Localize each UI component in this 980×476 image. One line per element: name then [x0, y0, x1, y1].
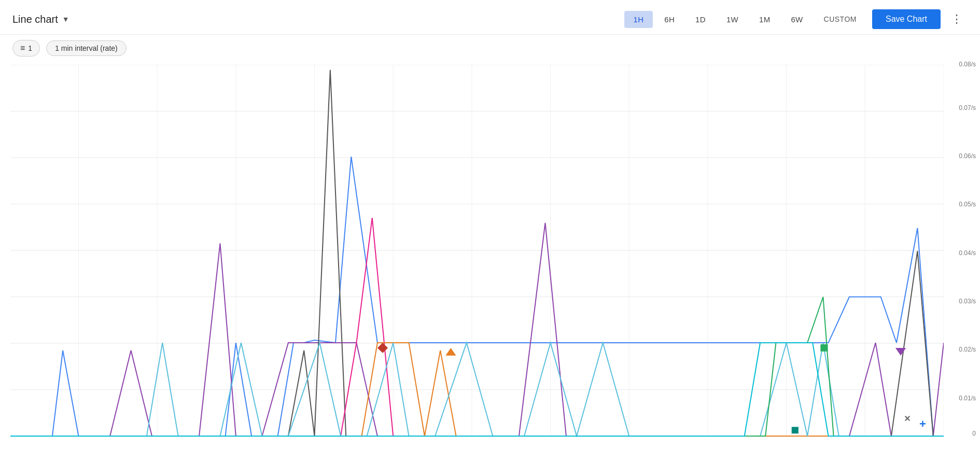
- time-btn-custom[interactable]: CUSTOM: [815, 11, 866, 27]
- y-label-004: 0.04/s: [959, 249, 976, 257]
- chart-type-label: Line chart: [12, 13, 58, 25]
- time-btn-6w[interactable]: 6W: [781, 11, 812, 28]
- filter-button[interactable]: ≡ 1: [12, 40, 40, 57]
- diamond-marker-pink: [377, 343, 388, 353]
- save-chart-button[interactable]: Save Chart: [872, 9, 941, 29]
- y-label-003: 0.03/s: [959, 298, 976, 305]
- y-label-002: 0.02/s: [959, 346, 976, 353]
- time-btn-1d[interactable]: 1D: [686, 11, 715, 28]
- y-label-007: 0.07/s: [959, 104, 976, 111]
- time-btn-1m[interactable]: 1M: [750, 11, 779, 28]
- dropdown-icon: ▼: [62, 15, 69, 23]
- interval-button[interactable]: 1 min interval (rate): [46, 40, 127, 56]
- filter-count: 1: [28, 44, 32, 52]
- square-marker-teal: [792, 427, 799, 433]
- purple-line: [10, 223, 944, 436]
- line-chart-svg: + ✕ UTC-5 11:50 AM 11:55 AM 12:00 PM 12:…: [10, 65, 944, 437]
- time-btn-6h[interactable]: 6H: [655, 11, 684, 28]
- y-label-008: 0.08/s: [959, 61, 976, 68]
- square-marker-green: [820, 344, 828, 352]
- triangle-marker-purple: [895, 348, 906, 356]
- triangle-marker-orange: [445, 348, 456, 356]
- time-controls: 1H 6H 1D 1W 1M 6W CUSTOM Save Chart ⋮: [624, 9, 968, 29]
- top-bar: Line chart ▼ 1H 6H 1D 1W 1M 6W CUSTOM Sa…: [0, 0, 980, 35]
- filter-icon: ≡: [20, 44, 25, 53]
- more-options-button[interactable]: ⋮: [947, 10, 968, 28]
- y-label-005: 0.05/s: [959, 201, 976, 208]
- chart-type-selector[interactable]: Line chart ▼: [12, 13, 69, 25]
- sub-bar: ≡ 1 1 min interval (rate): [0, 35, 980, 60]
- time-btn-1h[interactable]: 1H: [624, 11, 653, 28]
- y-label-001: 0.01/s: [959, 395, 976, 402]
- chart-area: 0.08/s 0.07/s 0.06/s 0.05/s 0.04/s 0.03/…: [0, 60, 980, 463]
- blue-line: [10, 157, 944, 436]
- time-btn-1w[interactable]: 1W: [717, 11, 748, 28]
- y-label-006: 0.06/s: [959, 152, 976, 160]
- x-marker-gray: ✕: [904, 415, 911, 424]
- cross-marker-blue: +: [919, 418, 926, 431]
- y-label-0: 0: [972, 430, 976, 437]
